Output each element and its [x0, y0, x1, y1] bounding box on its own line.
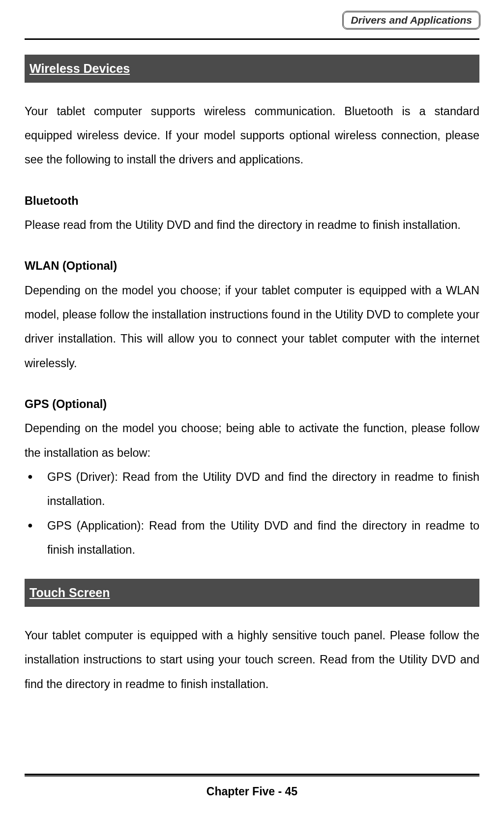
- footer-divider: [25, 774, 479, 777]
- top-divider: [25, 38, 479, 40]
- gps-heading: GPS (Optional): [25, 392, 479, 416]
- wireless-intro-paragraph: Your tablet computer supports wireless c…: [25, 99, 479, 172]
- bluetooth-heading: Bluetooth: [25, 189, 479, 213]
- section-heading-touchscreen: Touch Screen: [25, 579, 479, 607]
- touchscreen-text: Your tablet computer is equipped with a …: [25, 624, 479, 696]
- page-header-badge: Drivers and Applications: [342, 11, 480, 30]
- page-content: Wireless Devices Your tablet computer su…: [25, 55, 479, 696]
- gps-list: GPS (Driver): Read from the Utility DVD …: [25, 465, 479, 562]
- list-item: GPS (Application): Read from the Utility…: [25, 514, 479, 563]
- wlan-heading: WLAN (Optional): [25, 254, 479, 278]
- bluetooth-text: Please read from the Utility DVD and fin…: [25, 213, 479, 237]
- wlan-text: Depending on the model you choose; if yo…: [25, 279, 479, 376]
- section-heading-wireless: Wireless Devices: [25, 55, 479, 83]
- list-item: GPS (Driver): Read from the Utility DVD …: [25, 465, 479, 514]
- footer-page-label: Chapter Five - 45: [0, 785, 504, 798]
- gps-intro: Depending on the model you choose; being…: [25, 416, 479, 465]
